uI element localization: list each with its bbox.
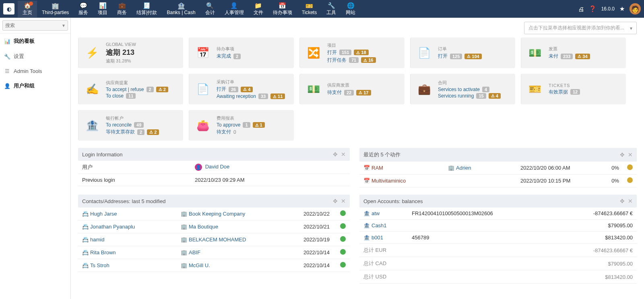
contact-company-link[interactable]: BELKACEM MOHAMED [189, 237, 246, 243]
card-title: 采购订单 [217, 79, 290, 85]
nav-item-网站[interactable]: 🌐网站 [341, 1, 360, 17]
calendar-icon: 📅 [363, 178, 370, 184]
sidebar-item[interactable]: 📊我的看板 [0, 33, 70, 49]
card-link[interactable]: Services to activate [438, 87, 480, 92]
warning-badge: 34 [575, 54, 590, 59]
contact-name-link[interactable]: Ts Stroh [90, 262, 109, 268]
sidebar-label: 我的看板 [14, 37, 35, 45]
accounts-panel: Open Accounts: balances ✥ ✕ 🏦atw FR14200… [359, 195, 637, 284]
card-title: 费用报表 [217, 115, 290, 121]
nav-item-主页[interactable]: 🏠主页 [18, 1, 37, 17]
nav-item-服务[interactable]: 💬服务 [74, 1, 93, 17]
nav-item-结算|付款[interactable]: 🧾结算|付款 [132, 1, 162, 17]
sidebar-item[interactable]: 🔧设置 [0, 49, 70, 64]
close-icon[interactable]: ✕ [628, 152, 633, 158]
sidebar-item[interactable]: ☰Admin Tools [0, 64, 70, 78]
card-icon: 🔀 [304, 43, 323, 62]
card-icon: 🎫 [525, 79, 545, 99]
user-avatar[interactable]: 🧑 [630, 3, 641, 15]
table-row: 📅RAM 🏢Adrien 2022/10/20 06:00 AM 0% [359, 162, 637, 174]
table-row: 📅Multivitaminico 2022/10/20 10:15 PM 0% [359, 174, 637, 187]
card-link[interactable]: 有效票据 [549, 89, 568, 96]
card-link[interactable]: To reconcile [106, 122, 132, 128]
main-content: 点击下拉菜单选择相应视图并添加到你的看... ▼ ⚡ GLOBAL VIEW逾期… [71, 18, 644, 299]
contact-company-link[interactable]: ABIF [189, 249, 200, 255]
close-icon[interactable]: ✕ [341, 198, 346, 204]
contact-date: 2022/10/21 [289, 220, 334, 233]
contact-name-link[interactable]: hamid [90, 237, 104, 243]
card-link[interactable]: 未付 [549, 53, 558, 60]
nav-item-Tickets[interactable]: 🎫Tickets [297, 1, 322, 17]
card-link[interactable]: 打开任务 [327, 57, 347, 64]
total-value: $79095.00 [557, 257, 637, 270]
status-dot [340, 223, 346, 229]
total-label: 总计 EUR [359, 244, 557, 257]
dashboard-card: 📄 订单打开125104 [410, 37, 515, 68]
warning-badge: 4 [241, 87, 253, 92]
contact-name-link[interactable]: Jonathan Pyanaplu [90, 224, 135, 230]
search-input[interactable] [2, 20, 68, 31]
move-icon[interactable]: ✥ [333, 151, 338, 158]
login-user-link[interactable]: David Doe [205, 164, 230, 170]
company-icon: 🏢 [181, 237, 187, 243]
nav-icon: 🧾 [143, 2, 151, 9]
contact-icon: 📇 [82, 262, 89, 268]
card-link[interactable]: 未完成 [217, 53, 231, 60]
sidebar-item[interactable]: 👤用户和组 [0, 78, 70, 93]
card-link[interactable]: 打开 [438, 53, 448, 60]
card-link[interactable]: 打开 [217, 86, 226, 93]
nav-item-项目[interactable]: 📊项目 [93, 1, 112, 17]
view-selector[interactable]: 点击下拉菜单选择相应视图并添加到你的看... ▼ [524, 22, 637, 34]
card-link[interactable]: 待支付 [217, 129, 231, 135]
calendar-icon: 📅 [363, 165, 370, 171]
account-link[interactable]: b001 [372, 235, 383, 241]
star-icon[interactable]: ★ [619, 5, 625, 12]
login-row-key: 用户 [78, 161, 191, 174]
card-title: 发票 [549, 46, 622, 52]
contact-company-link[interactable]: Ma Boutique [189, 224, 218, 230]
nav-icon: 🎫 [305, 2, 313, 10]
nav-label: 项目 [98, 9, 107, 16]
move-icon[interactable]: ✥ [620, 152, 625, 158]
move-icon[interactable]: ✥ [333, 198, 338, 204]
dashboard-card: 🎫 TICKETS有效票据12 [521, 74, 626, 104]
nav-item-文件[interactable]: 📁文件 [249, 1, 268, 17]
nav-item-工具[interactable]: 🔧工具 [322, 1, 341, 17]
card-title: 订单 [438, 46, 511, 52]
app-logo[interactable]: ◐ [3, 3, 14, 15]
card-link[interactable]: To approve [217, 122, 240, 128]
print-icon[interactable]: 🖨 [578, 6, 584, 12]
bank-icon: 🏦 [363, 210, 370, 216]
action-who-link[interactable]: Adrien [456, 165, 471, 171]
contact-name-link[interactable]: Hugh Jarse [90, 211, 117, 217]
account-link[interactable]: atw [372, 210, 380, 216]
card-link[interactable]: 等待支票存款 [106, 129, 135, 135]
action-event-link[interactable]: RAM [372, 165, 383, 171]
nav-item-会计[interactable]: 🔍会计 [200, 1, 220, 17]
card-link[interactable]: To close [106, 93, 124, 99]
nav-item-待办事项[interactable]: 📅待办事项 [268, 1, 297, 17]
card-link[interactable]: Services running [438, 93, 474, 99]
chevron-down-icon[interactable]: ▼ [62, 23, 66, 28]
help-icon[interactable]: ❓ [589, 5, 597, 12]
move-icon[interactable]: ✥ [620, 198, 625, 204]
login-info-panel: Login Information ✥ ✕ 用户 👤 David Doe Pre… [78, 148, 350, 187]
card-link[interactable]: 待支付 [327, 89, 342, 96]
account-balance: $79095.00 [557, 220, 637, 232]
card-link[interactable]: To accept | refuse [106, 87, 144, 92]
account-link[interactable]: Cash1 [372, 222, 387, 228]
contact-company-link[interactable]: McGill U. [189, 262, 210, 268]
action-event-link[interactable]: Multivitaminico [372, 178, 406, 184]
nav-icon: 🔧 [328, 2, 335, 9]
nav-item-人事管理[interactable]: 👤人事管理 [220, 1, 249, 17]
card-link[interactable]: Awaiting reception [217, 93, 256, 99]
close-icon[interactable]: ✕ [341, 151, 346, 158]
nav-item-Third-parties[interactable]: 🏢Third-parties [37, 1, 74, 17]
contact-name-link[interactable]: Rita Brown [90, 249, 116, 255]
nav-item-商务[interactable]: 💼商务 [112, 1, 132, 17]
count-badge: 12 [570, 89, 580, 95]
card-link[interactable]: 打开 [327, 49, 337, 56]
nav-item-Banks | Cash[interactable]: 🏦Banks | Cash [162, 1, 200, 17]
close-icon[interactable]: ✕ [628, 198, 633, 204]
contact-company-link[interactable]: Book Keeping Company [189, 211, 245, 217]
